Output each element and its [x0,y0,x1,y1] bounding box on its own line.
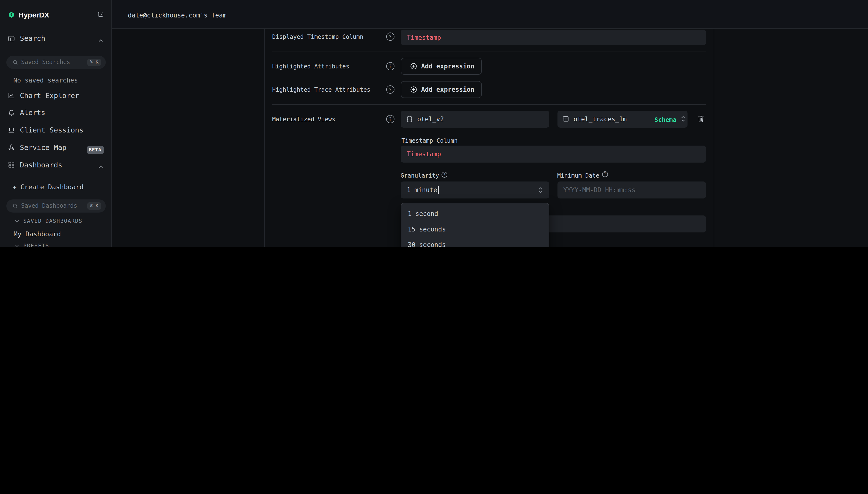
search-collapse-chevron-icon[interactable] [98,39,103,42]
brand-title: HyperDX [18,11,49,19]
saved-dashboards-group[interactable]: SAVED DASHBOARDS [15,218,82,224]
search-icon [12,203,18,209]
circle-plus-icon [410,87,417,93]
saved-searches-input[interactable]: Saved Searches ⌘ K [6,56,106,69]
help-icon[interactable]: ? [386,62,394,70]
bell-icon [8,110,15,116]
delete-view-trash-icon[interactable] [697,115,704,123]
highlighted-attributes-label: Highlighted Attributes [272,63,349,70]
help-icon[interactable]: ? [386,115,394,123]
laptop-icon [8,127,15,133]
table-icon [563,116,568,122]
hyperdx-logo-icon [8,12,15,18]
sidebar-item-search[interactable]: Search [8,35,45,42]
table-select-value: otel_traces_1m [574,115,626,123]
database-icon [407,116,412,122]
dropdown-option[interactable]: 1 second [401,206,549,221]
create-dashboard-button[interactable]: + Create Dashboard [13,183,83,191]
info-icon[interactable]: ? [602,171,608,177]
database-select-value: otel_v2 [417,115,444,123]
chevron-down-icon [15,244,19,247]
displayed-timestamp-input[interactable]: Timestamp [401,30,706,45]
sidebar-item-label: Alerts [20,109,45,116]
minimum-date-input[interactable]: YYYY-MM-DD HH:mm:ss [558,182,706,198]
sidebar-item-client-sessions[interactable]: Client Sessions [8,126,83,134]
add-expression-button[interactable]: Add expression [401,58,482,75]
displayed-timestamp-value: Timestamp [407,34,441,41]
sidebar-item-chart-explorer[interactable]: Chart Explorer [8,92,79,99]
collapse-sidebar-icon[interactable] [98,12,103,17]
create-dashboard-label: Create Dashboard [20,183,83,191]
top-bar: dale@clickhouse.com's Team [112,0,868,28]
sidebar-item-label: Client Sessions [20,126,83,134]
saved-dashboards-placeholder: Saved Dashboards [21,203,77,209]
help-icon[interactable]: ? [386,32,394,41]
presets-group[interactable]: PRESETS [15,242,49,247]
group-header-label: PRESETS [23,242,49,247]
search-section-icon [8,35,15,41]
saved-dashboards-input[interactable]: Saved Dashboards ⌘ K [6,199,106,212]
sidebar-item-label: Chart Explorer [20,92,79,99]
help-icon[interactable]: ? [386,85,394,94]
sidebar-item-dashboards[interactable]: Dashboards [8,161,62,169]
select-chevrons-icon [539,187,542,193]
sidebar-item-label: Search [20,35,45,42]
search-icon [12,60,18,65]
sidebar-item-alerts[interactable]: Alerts [8,109,45,116]
timestamp-column-input[interactable]: Timestamp [401,146,706,163]
granularity-value: 1 minute [407,186,437,194]
service-map-icon [8,144,15,150]
minimum-date-label: Minimum Date [557,172,599,179]
add-expression-button[interactable]: Add expression [401,81,482,98]
database-select[interactable]: otel_v2 [401,111,549,127]
granularity-dropdown: 1 second 15 seconds 30 seconds 1 minute … [401,203,549,247]
timestamp-column-value: Timestamp [407,150,441,158]
sidebar: HyperDX Search Saved Searches ⌘ K No sav… [0,0,112,247]
dropdown-option[interactable]: 30 seconds [401,237,549,247]
app: HyperDX Search Saved Searches ⌘ K No sav… [0,0,868,247]
sidebar-item-label: Dashboards [20,161,62,169]
beta-badge: BETA [86,146,103,154]
divider [272,51,706,52]
granularity-select[interactable]: 1 minute [401,182,549,198]
shortcut-badge: ⌘ K [87,59,101,66]
displayed-timestamp-label: Displayed Timestamp Column [272,34,363,40]
dashboards-collapse-chevron-icon[interactable] [98,166,103,168]
chart-explorer-icon [8,92,15,98]
dropdown-option[interactable]: 15 seconds [401,221,549,237]
sidebar-item-label: Service Map [20,144,66,151]
page-title: dale@clickhouse.com's Team [128,12,227,19]
text-cursor [438,186,438,194]
sidebar-item-service-map[interactable]: Service Map [8,144,66,151]
highlighted-trace-attributes-label: Highlighted Trace Attributes [272,87,370,93]
schema-link[interactable]: Schema [655,116,676,123]
plus-icon: + [13,183,17,191]
no-saved-searches-text: No saved searches [13,77,78,84]
shortcut-badge: ⌘ K [87,202,101,209]
saved-searches-placeholder: Saved Searches [21,59,70,66]
dashboards-icon [8,162,15,168]
sidebar-item-my-dashboard[interactable]: My Dashboard [14,230,61,238]
divider [272,104,706,104]
circle-plus-icon [410,63,417,70]
minimum-date-placeholder: YYYY-MM-DD HH:mm:ss [563,186,635,194]
granularity-label: Granularity [401,172,439,179]
materialized-views-label: Materialized Views [272,116,335,123]
select-chevrons-icon [681,116,685,122]
timestamp-column-label: Timestamp Column [402,137,458,144]
group-header-label: SAVED DASHBOARDS [23,218,82,224]
info-icon[interactable]: ? [442,172,447,177]
chevron-down-icon [15,220,19,222]
